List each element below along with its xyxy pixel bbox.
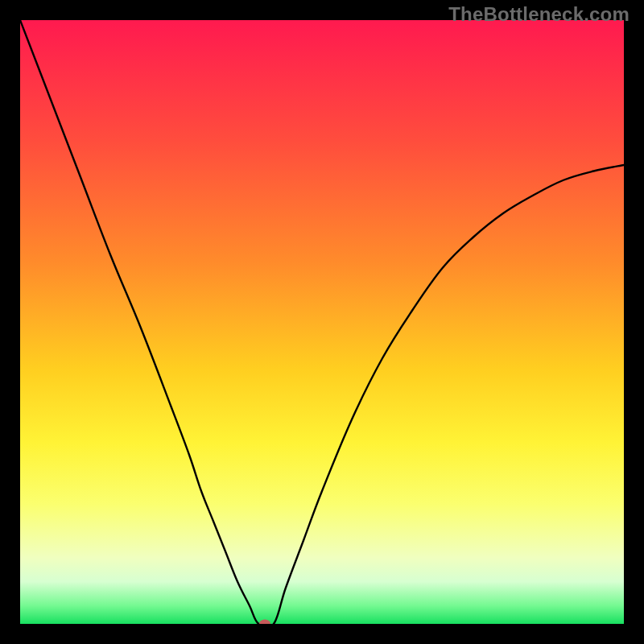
minimum-marker-icon — [259, 620, 270, 625]
plot-area — [20, 20, 624, 624]
chart-frame: TheBottleneck.com — [0, 0, 644, 644]
bottleneck-curve — [20, 20, 624, 624]
watermark-text: TheBottleneck.com — [448, 3, 630, 26]
curve-svg — [20, 20, 624, 624]
